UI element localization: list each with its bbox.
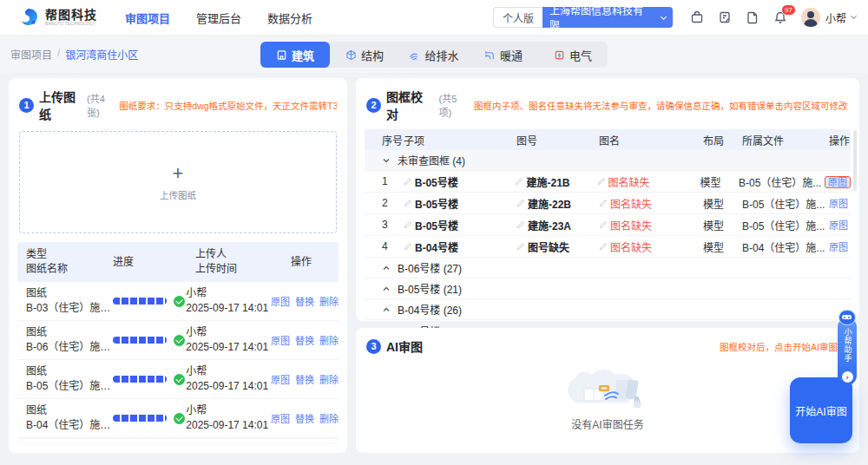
empty-illustration-icon: [560, 364, 655, 413]
upload-row: 图纸B-03（住宅）施工... 小帮2025-09-17 14:01 原图替换删…: [17, 282, 339, 321]
drawing-name-cell[interactable]: 图名缺失: [599, 218, 703, 232]
tab-structure[interactable]: 结构: [330, 42, 399, 68]
layout-cell: 模型: [700, 174, 739, 189]
edit-icon: [404, 177, 412, 186]
progress-bar: [113, 415, 167, 422]
success-check-icon: [174, 335, 185, 346]
logo-icon: [19, 7, 40, 28]
frame-row: 3 B-05号楼 建施-23A 图名缺失 模型 B-05（住宅）施... 原图: [365, 214, 851, 236]
edit-icon: [599, 199, 608, 207]
success-check-icon: [174, 413, 185, 424]
original-link[interactable]: 原图: [271, 372, 290, 386]
original-link[interactable]: 原图: [829, 220, 848, 231]
scrollbar[interactable]: [853, 130, 857, 191]
original-link[interactable]: 原图: [271, 333, 290, 347]
file-icon[interactable]: [746, 10, 760, 24]
row-uploader: 小帮: [186, 365, 207, 377]
upload-table-header: 类型图纸名称 进度 上传人上传时间 操作: [17, 242, 339, 282]
assistant-widget[interactable]: 小帮助手 ›: [838, 318, 857, 385]
bell-icon[interactable]: 97: [773, 10, 787, 24]
tab-label: 给排水: [424, 47, 458, 63]
breadcrumb: 审图项目 / 银河湾商住小区: [10, 47, 138, 62]
delete-link[interactable]: 删除: [319, 333, 339, 347]
original-link-highlighted[interactable]: 原图: [825, 176, 851, 188]
original-link[interactable]: 原图: [271, 411, 290, 425]
success-check-icon: [174, 374, 185, 385]
nav-data-analysis[interactable]: 数据分析: [267, 10, 312, 26]
drawing-no-cell[interactable]: 建施-21B: [515, 174, 596, 189]
icon-tray: 97: [690, 10, 787, 24]
drawing-name-cell[interactable]: 图名缺失: [597, 174, 700, 189]
electrical-icon: [554, 49, 565, 61]
replace-link[interactable]: 替换: [295, 333, 314, 347]
subitem-cell[interactable]: B-05号楼: [404, 174, 516, 189]
tab-label: 电气: [569, 47, 592, 63]
org-name: 上海帮图信息科技有限...: [549, 3, 656, 32]
user-menu[interactable]: 小帮: [801, 8, 856, 27]
group-b05[interactable]: B-05号楼 (21): [365, 278, 851, 299]
frame-count: (共5项): [439, 91, 470, 119]
user-name: 小帮: [825, 10, 846, 25]
row-name: B-06（住宅）施工...: [26, 340, 113, 355]
dropzone-label: 上传图纸: [160, 188, 196, 201]
frame-notice: 图框内子项、图名任意缺失将无法参与审查，请确保信息正确，如有错误单击内容区域可修…: [474, 99, 849, 112]
breadcrumb-root[interactable]: 审图项目: [10, 47, 52, 62]
replace-link[interactable]: 替换: [295, 294, 314, 308]
tab-architecture[interactable]: 建筑: [260, 42, 330, 68]
logo-subtitle: BANGTU TECHNOLOGY: [45, 23, 97, 27]
original-link[interactable]: 原图: [829, 242, 848, 252]
org-select[interactable]: 上海帮图信息科技有限...: [542, 7, 673, 28]
frame-row: 4 B-04号楼 图号缺失 图名缺失 模型 B-04（住宅）施... 原图: [365, 236, 851, 258]
drawing-no-cell[interactable]: 图号缺失: [516, 239, 599, 254]
progress-bar: [113, 298, 167, 305]
chevron-down-icon: [382, 156, 391, 165]
robot-icon: [838, 310, 856, 325]
bag-icon[interactable]: [690, 10, 704, 24]
group-b04[interactable]: B-04号楼 (26): [365, 299, 851, 320]
edit-icon: [599, 220, 608, 229]
original-link[interactable]: 原图: [829, 199, 848, 209]
row-no: 4: [365, 240, 404, 252]
delete-link[interactable]: 删除: [319, 411, 339, 425]
row-time: 2025-09-17 14:01: [186, 419, 268, 431]
delete-link[interactable]: 删除: [319, 372, 339, 386]
drawing-no-cell[interactable]: 建施-23A: [516, 218, 599, 232]
original-link[interactable]: 原图: [271, 294, 290, 308]
col-uploader: 上传人: [195, 248, 227, 260]
drawing-name-cell[interactable]: 图名缺失: [599, 239, 703, 254]
col-drawing-name: 图纸名称: [26, 263, 68, 275]
edit-icon: [516, 242, 525, 251]
tab-plumbing[interactable]: 给排水: [399, 42, 469, 68]
group-label: B-04号楼 (26): [398, 302, 462, 317]
tab-electrical[interactable]: 电气: [538, 42, 608, 68]
row-time: 2025-09-17 14:01: [186, 341, 268, 353]
subitem-cell[interactable]: B-05号楼: [404, 218, 516, 232]
personal-version-button[interactable]: 个人版: [493, 7, 542, 28]
col-type: 类型: [26, 248, 47, 260]
row-uploader: 小帮: [186, 287, 207, 299]
frame-panel-title: 图框校对: [386, 88, 434, 122]
subitem-cell[interactable]: B-05号楼: [404, 196, 516, 211]
cube-icon: [345, 49, 357, 61]
breadcrumb-separator: /: [57, 47, 60, 62]
frame-notice-text: 图框内子项、图名任意缺失将无法参与审查，请确保信息正确，如有错误单击内容区域可修…: [474, 99, 848, 112]
tab-hvac[interactable]: 暖通: [469, 42, 538, 68]
upload-dropzone[interactable]: + 上传图纸: [19, 131, 337, 233]
group-b06[interactable]: B-06号楼 (27): [365, 258, 851, 278]
org-switcher: 个人版 上海帮图信息科技有限...: [493, 7, 673, 28]
col-layout: 布局: [703, 133, 742, 147]
replace-link[interactable]: 替换: [295, 372, 314, 386]
col-subitem: 子项: [404, 133, 516, 147]
tab-label: 暖通: [500, 47, 523, 63]
nav-admin-backend[interactable]: 管理后台: [196, 10, 241, 26]
start-ai-review-button[interactable]: 开始AI审图: [790, 377, 852, 443]
drawing-no-cell[interactable]: 建施-22B: [516, 196, 599, 211]
edit-icon: [404, 242, 412, 251]
nav-review-projects[interactable]: 审图项目: [125, 10, 170, 26]
group-unreviewed-frames[interactable]: 未审查图框 (4): [365, 150, 851, 171]
document-edit-icon[interactable]: [718, 10, 732, 24]
drawing-name-cell[interactable]: 图名缺失: [599, 196, 703, 211]
replace-link[interactable]: 替换: [295, 411, 314, 425]
subitem-cell[interactable]: B-04号楼: [404, 239, 516, 254]
delete-link[interactable]: 删除: [319, 294, 339, 308]
